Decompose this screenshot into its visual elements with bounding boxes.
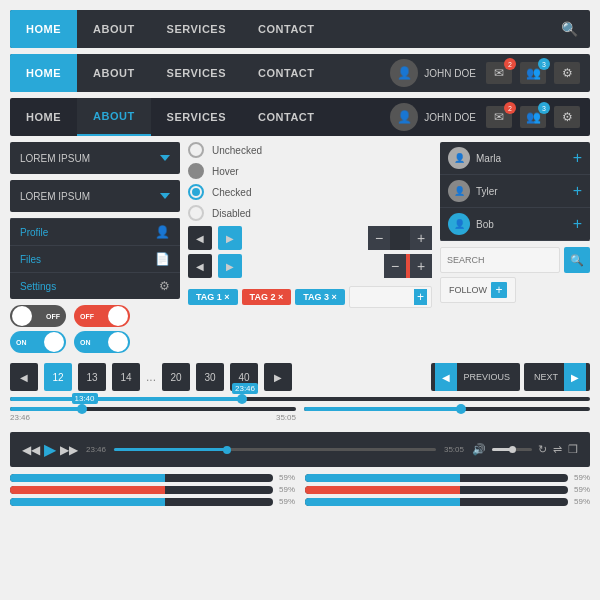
menu-item-profile[interactable]: Profile 👤 — [10, 218, 180, 245]
volume-icon[interactable]: 🔊 — [472, 443, 486, 456]
dropdown-1[interactable]: LOREM IPSUM — [10, 142, 180, 174]
nav2-home[interactable]: HOME — [10, 54, 77, 92]
nav3-contact[interactable]: CONTACT — [242, 98, 330, 136]
radio-circle-checked[interactable] — [188, 184, 204, 200]
search-icon[interactable]: 🔍 — [549, 21, 590, 37]
page-next-arrow[interactable]: ▶ — [264, 363, 292, 391]
tag-input[interactable] — [354, 292, 414, 302]
tag-1[interactable]: TAG 1 × — [188, 289, 238, 305]
volume-slider[interactable] — [492, 448, 532, 451]
stepper-plus-1[interactable]: + — [410, 226, 432, 250]
email-button[interactable]: ✉ 2 — [486, 62, 512, 84]
user-list: 👤 Marla + 👤 Tyler + 👤 Bob + — [440, 142, 590, 241]
cbar-fill-2 — [10, 486, 165, 494]
fullscreen-icon[interactable]: ❒ — [568, 443, 578, 456]
time-start-2: 23:46 — [10, 413, 30, 422]
tag-3[interactable]: TAG 3 × — [295, 289, 345, 305]
search-input[interactable] — [447, 255, 553, 265]
page-12[interactable]: 12 — [44, 363, 72, 391]
player-forward[interactable]: ▶▶ — [60, 443, 78, 457]
nav1-about[interactable]: ABOUT — [77, 10, 151, 48]
page-30[interactable]: 30 — [196, 363, 224, 391]
nav3-services[interactable]: SERVICES — [151, 98, 242, 136]
user-add-marla[interactable]: + — [573, 149, 582, 167]
cbar-fill-3 — [10, 498, 165, 506]
email-badge-3: 2 — [504, 102, 516, 114]
progress-left: 13:40 23:46 35:05 — [10, 407, 296, 426]
toggle-on-2[interactable]: ON — [74, 331, 130, 353]
progress-thumb-2[interactable] — [77, 404, 87, 414]
nav2-services[interactable]: SERVICES — [151, 54, 242, 92]
tag-2[interactable]: TAG 2 × — [242, 289, 292, 305]
cbar-row-r3: 59% — [305, 497, 590, 506]
cbar-track-r1 — [305, 474, 568, 482]
tag-add-button[interactable]: + — [414, 289, 427, 305]
player-rewind[interactable]: ◀◀ — [22, 443, 40, 457]
toggle-off-1[interactable]: OFF — [10, 305, 66, 327]
menu-item-files[interactable]: Files 📄 — [10, 245, 180, 272]
users-button-3[interactable]: 👥 3 — [520, 106, 546, 128]
colored-bars-section: 59% 59% 59% 59% — [10, 473, 590, 509]
cbar-row-r2: 59% — [305, 485, 590, 494]
radio-hover: Hover — [188, 163, 432, 179]
stepper-plus-2[interactable]: + — [410, 254, 432, 278]
nav2-about[interactable]: ABOUT — [77, 54, 151, 92]
arrow-right-1[interactable]: ▶ — [218, 226, 242, 250]
stepper-2: − + — [384, 254, 432, 278]
nav3-about[interactable]: ABOUT — [77, 98, 151, 136]
follow-row: FOLLOW + — [440, 277, 590, 303]
next-button[interactable]: NEXT ▶ — [524, 363, 590, 391]
nav1-services[interactable]: SERVICES — [151, 10, 242, 48]
navbar-3: HOME ABOUT SERVICES CONTACT 👤 JOHN DOE ✉… — [10, 98, 590, 136]
previous-label: PREVIOUS — [457, 372, 516, 382]
page-20[interactable]: 20 — [162, 363, 190, 391]
menu-item-settings[interactable]: Settings ⚙ — [10, 272, 180, 299]
nav-icons-3: ✉ 2 👥 3 ⚙ — [486, 106, 590, 128]
nav3-home[interactable]: HOME — [10, 98, 77, 136]
radio-circle-empty[interactable] — [188, 142, 204, 158]
progress-thumb-1[interactable] — [237, 394, 247, 404]
stepper-minus-2[interactable]: − — [384, 254, 406, 278]
repeat-icon[interactable]: ↻ — [538, 443, 547, 456]
arrow-right-2[interactable]: ▶ — [218, 254, 242, 278]
player-progress[interactable] — [114, 448, 436, 451]
cbar-fill-r1 — [305, 474, 460, 482]
player-thumb[interactable] — [223, 446, 231, 454]
settings-button-3[interactable]: ⚙ — [554, 106, 580, 128]
nav2-contact[interactable]: CONTACT — [242, 54, 330, 92]
files-icon: 📄 — [155, 252, 170, 266]
cbar-fill-r2 — [305, 486, 460, 494]
arrow-left-2[interactable]: ◀ — [188, 254, 212, 278]
user-add-bob[interactable]: + — [573, 215, 582, 233]
page-13[interactable]: 13 — [78, 363, 106, 391]
email-button-3[interactable]: ✉ 2 — [486, 106, 512, 128]
settings-button[interactable]: ⚙ — [554, 62, 580, 84]
previous-button[interactable]: ◀ PREVIOUS — [431, 363, 520, 391]
toggle-red-1[interactable]: OFF — [74, 305, 130, 327]
arrow-left-1[interactable]: ◀ — [188, 226, 212, 250]
radio-label-checked: Checked — [212, 187, 251, 198]
follow-label: FOLLOW — [449, 285, 487, 295]
toggle-on-1[interactable]: ON — [10, 331, 66, 353]
toggle-label-on2: ON — [80, 339, 91, 346]
player-play[interactable]: ▶ — [44, 440, 56, 459]
search-button[interactable]: 🔍 — [564, 247, 590, 273]
radio-label-unchecked: Unchecked — [212, 145, 262, 156]
next-label: NEXT — [528, 372, 564, 382]
email-badge: 2 — [504, 58, 516, 70]
radio-group: Unchecked Hover Checked Disabled — [188, 142, 432, 221]
dropdown-2[interactable]: LOREM IPSUM — [10, 180, 180, 212]
nav1-home[interactable]: HOME — [10, 10, 77, 48]
user-add-tyler[interactable]: + — [573, 182, 582, 200]
progress-thumb-3[interactable] — [456, 404, 466, 414]
nav1-contact[interactable]: CONTACT — [242, 10, 330, 48]
stepper-minus-1[interactable]: − — [368, 226, 390, 250]
page-prev-arrow[interactable]: ◀ — [10, 363, 38, 391]
follow-button[interactable]: FOLLOW + — [440, 277, 516, 303]
radio-circle-filled[interactable] — [188, 163, 204, 179]
navbar-2: HOME ABOUT SERVICES CONTACT 👤 JOHN DOE ✉… — [10, 54, 590, 92]
users-button[interactable]: 👥 3 — [520, 62, 546, 84]
user-row-marla: 👤 Marla + — [440, 142, 590, 175]
page-14[interactable]: 14 — [112, 363, 140, 391]
shuffle-icon[interactable]: ⇌ — [553, 443, 562, 456]
